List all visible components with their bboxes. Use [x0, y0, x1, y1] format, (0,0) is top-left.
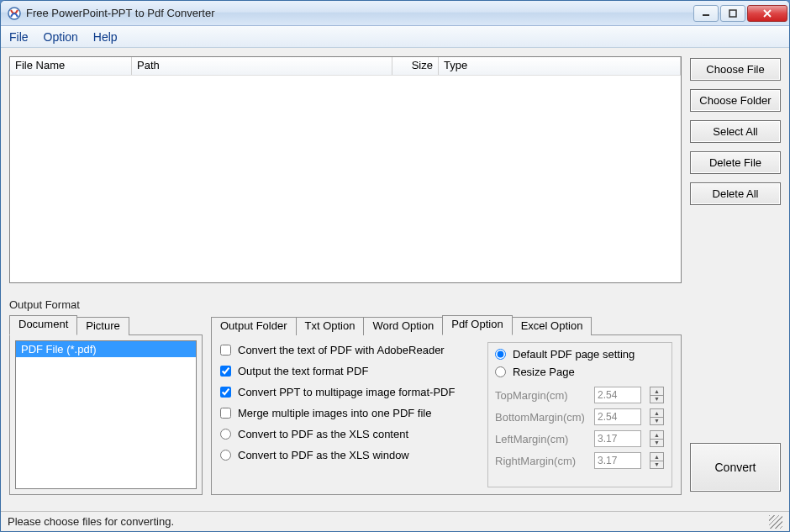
menu-file[interactable]: File [9, 30, 29, 44]
rdo-xls-window-input[interactable] [220, 450, 231, 461]
format-group: Document Picture PDF File (*.pdf) [9, 314, 203, 495]
resize-grip[interactable] [769, 515, 782, 529]
bottom-row: Document Picture PDF File (*.pdf) Output… [9, 314, 781, 495]
top-margin-spinner: ▲▼ [650, 387, 664, 403]
left-margin-label: LeftMargin(cm) [495, 433, 589, 445]
delete-file-button[interactable]: Delete File [690, 151, 781, 174]
select-all-button[interactable]: Select All [690, 120, 781, 143]
rdo-xls-content-input[interactable] [220, 429, 231, 440]
col-header-filename[interactable]: File Name [10, 57, 132, 75]
choose-file-button[interactable]: Choose File [690, 58, 781, 81]
file-buttons: Choose File Choose Folder Select All Del… [690, 56, 781, 283]
choose-folder-button[interactable]: Choose Folder [690, 89, 781, 112]
left-margin-spinner: ▲▼ [650, 430, 664, 447]
close-button[interactable] [747, 5, 787, 22]
window-title: Free PowerPoint-PPT to Pdf Converter [26, 7, 693, 19]
tab-document[interactable]: Document [9, 315, 77, 335]
tab-output-folder[interactable]: Output Folder [211, 317, 297, 335]
top-section: File Name Path Size Type Choose File Cho… [9, 56, 781, 283]
tab-picture[interactable]: Picture [76, 317, 129, 335]
chk-convert-adobe-input[interactable] [220, 345, 231, 356]
format-tabs: Document Picture [9, 315, 203, 335]
pdf-options-left: Convert the text of PDF with AdobeReader… [220, 342, 477, 487]
rdo-default-page-input[interactable] [495, 349, 506, 360]
chk-merge-images-input[interactable] [220, 408, 231, 419]
format-tab-body: PDF File (*.pdf) [9, 334, 203, 495]
rdo-xls-content[interactable]: Convert to PDF as the XLS content [220, 428, 477, 440]
file-list[interactable]: File Name Path Size Type [9, 56, 682, 283]
menubar: File Option Help [1, 26, 789, 48]
right-margin-label: RightMargin(cm) [495, 455, 589, 467]
format-list[interactable]: PDF File (*.pdf) [15, 340, 197, 489]
statusbar: Please choose files for converting. [1, 511, 789, 531]
col-header-path[interactable]: Path [132, 57, 392, 75]
minimize-button[interactable] [693, 5, 719, 22]
rdo-resize-page[interactable]: Resize Page [495, 366, 665, 378]
menu-help[interactable]: Help [93, 30, 118, 44]
rdo-resize-page-input[interactable] [495, 366, 506, 377]
right-margin-input [594, 452, 641, 469]
svg-rect-1 [703, 14, 709, 16]
left-margin-input [594, 430, 641, 447]
bottom-margin-label: BottomMargin(cm) [495, 411, 589, 424]
convert-button[interactable]: Convert [690, 443, 781, 492]
maximize-button[interactable] [720, 5, 745, 22]
chk-ppt-multipage[interactable]: Convert PPT to multipage image format-PD… [220, 386, 477, 398]
titlebar[interactable]: Free PowerPoint-PPT to Pdf Converter [1, 1, 789, 26]
delete-all-button[interactable]: Delete All [690, 182, 781, 205]
bottom-margin-spinner: ▲▼ [650, 408, 664, 425]
status-text: Please choose files for converting. [8, 515, 174, 528]
options-tabs: Output Folder Txt Option Word Option Pdf… [211, 315, 682, 335]
tab-pdf-option[interactable]: Pdf Option [442, 315, 512, 335]
tab-word-option[interactable]: Word Option [363, 317, 443, 335]
right-margin-spinner: ▲▼ [650, 452, 664, 469]
rdo-xls-window[interactable]: Convert to PDF as the XLS window [220, 449, 477, 461]
top-margin-label: TopMargin(cm) [495, 389, 589, 402]
chk-convert-adobe[interactable]: Convert the text of PDF with AdobeReader [220, 344, 477, 356]
col-header-type[interactable]: Type [439, 57, 681, 75]
chk-output-text-pdf-input[interactable] [220, 366, 231, 377]
tab-txt-option[interactable]: Txt Option [296, 317, 365, 335]
chk-merge-images[interactable]: Merge multiple images into one PDF file [220, 407, 477, 419]
app-window: Free PowerPoint-PPT to Pdf Converter Fil… [0, 0, 790, 532]
tab-excel-option[interactable]: Excel Option [512, 317, 592, 335]
bottom-margin-input [594, 408, 641, 425]
chk-output-text-pdf[interactable]: Output the text format PDF [220, 365, 477, 377]
svg-rect-2 [729, 10, 736, 17]
rdo-default-page[interactable]: Default PDF page setting [495, 348, 665, 361]
pdf-option-body: Convert the text of PDF with AdobeReader… [211, 334, 682, 495]
convert-area: Convert [690, 314, 781, 495]
options-area: Output Folder Txt Option Word Option Pdf… [211, 314, 682, 495]
menu-option[interactable]: Option [44, 30, 78, 44]
file-list-header: File Name Path Size Type [10, 57, 681, 76]
output-format-section: Output Format Document Picture PDF File … [9, 298, 781, 495]
chk-ppt-multipage-input[interactable] [220, 387, 231, 398]
page-settings-group: Default PDF page setting Resize Page Top… [487, 342, 672, 487]
app-icon [8, 7, 21, 20]
format-item-pdf[interactable]: PDF File (*.pdf) [16, 341, 196, 357]
top-margin-input [594, 387, 641, 403]
output-format-label: Output Format [9, 298, 781, 311]
window-controls [693, 5, 787, 22]
margin-grid: TopMargin(cm) ▲▼ BottomMargin(cm) ▲▼ Lef… [495, 387, 665, 469]
client-area: File Name Path Size Type Choose File Cho… [1, 48, 789, 511]
col-header-size[interactable]: Size [392, 57, 439, 75]
